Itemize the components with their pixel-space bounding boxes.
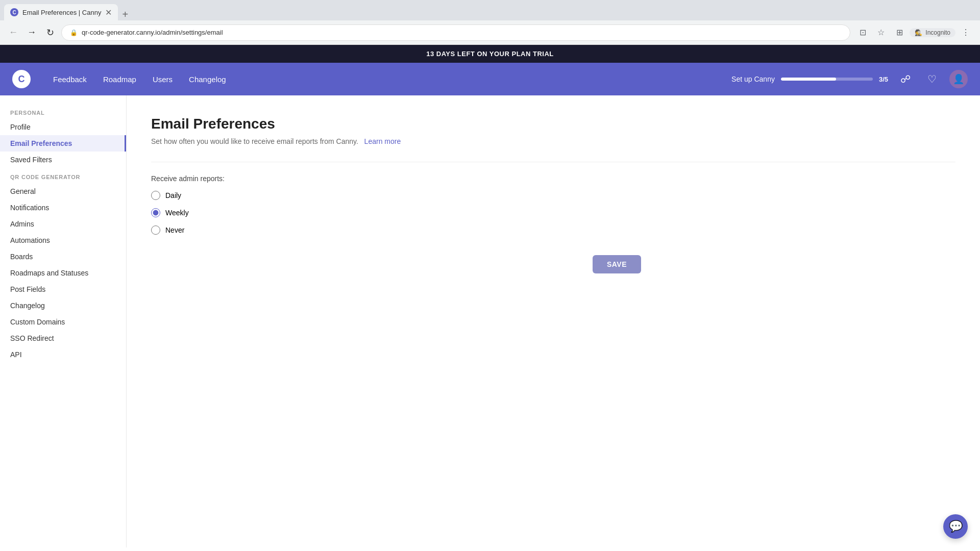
form-section: Receive admin reports: Daily Weekly Neve…: [151, 174, 955, 235]
tab-favicon: C: [10, 8, 18, 16]
toolbar-actions: ⊡ ☆ ⊞ 🕵 Incognito ⋮: [854, 24, 974, 41]
sidebar-item-custom-domains[interactable]: Custom Domains: [0, 314, 126, 330]
reload-button[interactable]: ↻: [43, 26, 57, 40]
browser-chrome: C Email Preferences | Canny ✕ + ← → ↻ 🔒 …: [0, 0, 980, 45]
chat-fab-button[interactable]: 💬: [943, 514, 968, 539]
section-divider: [151, 162, 955, 162]
setup-fraction: 3/5: [879, 76, 888, 83]
nav-roadmap[interactable]: Roadmap: [97, 71, 142, 88]
app-logo[interactable]: C: [12, 70, 31, 88]
radio-weekly-label: Weekly: [165, 209, 189, 217]
trial-banner: 13 DAYS LEFT ON YOUR PLAN TRIAL: [0, 45, 980, 63]
radio-group: Daily Weekly Never: [151, 191, 955, 235]
radio-option-never[interactable]: Never: [151, 226, 955, 235]
browser-tabs-bar: C Email Preferences | Canny ✕ +: [0, 0, 980, 20]
receive-admin-reports-label: Receive admin reports:: [151, 174, 955, 183]
sidebar-item-notifications[interactable]: Notifications: [0, 199, 126, 216]
radio-option-daily[interactable]: Daily: [151, 191, 955, 200]
chat-fab-icon: 💬: [949, 520, 963, 533]
incognito-indicator: 🕵 Incognito: [910, 28, 955, 37]
nav-users[interactable]: Users: [146, 71, 179, 88]
announcements-icon-button[interactable]: ☍: [896, 70, 915, 88]
page-subtitle: Set how often you would like to receive …: [151, 137, 955, 145]
save-btn-container: SAVE: [151, 255, 641, 273]
sidebar-item-email-preferences[interactable]: Email Preferences: [0, 135, 126, 152]
page-title: Email Preferences: [151, 116, 955, 132]
cast-icon-button[interactable]: ⊡: [854, 24, 871, 41]
active-tab[interactable]: C Email Preferences | Canny ✕: [4, 4, 118, 20]
setup-canny-bar[interactable]: Set up Canny 3/5: [731, 75, 888, 83]
incognito-label: Incognito: [925, 29, 950, 36]
learn-more-link[interactable]: Learn more: [364, 137, 401, 145]
setup-progress-bar: [781, 78, 873, 81]
personal-section-label: PERSONAL: [0, 104, 126, 119]
browser-toolbar: ← → ↻ 🔒 qr-code-generator.canny.io/admin…: [0, 20, 980, 45]
avatar-image: 👤: [953, 73, 964, 85]
app-nav: Feedback Roadmap Users Changelog: [47, 71, 232, 88]
page-subtitle-text: Set how often you would like to receive …: [151, 137, 358, 145]
address-bar[interactable]: 🔒 qr-code-generator.canny.io/admin/setti…: [61, 24, 850, 41]
sidebar-item-general[interactable]: General: [0, 183, 126, 199]
sidebar-item-boards[interactable]: Boards: [0, 248, 126, 265]
app-header: C Feedback Roadmap Users Changelog Set u…: [0, 63, 980, 95]
forward-button[interactable]: →: [24, 26, 39, 40]
main-layout: PERSONAL Profile Email Preferences Saved…: [0, 95, 980, 547]
radio-weekly[interactable]: [151, 208, 160, 217]
new-tab-button[interactable]: +: [118, 9, 132, 20]
radio-never[interactable]: [151, 226, 160, 235]
setup-progress-fill: [781, 78, 836, 81]
incognito-icon: 🕵: [915, 29, 922, 36]
sidebar-item-api[interactable]: API: [0, 346, 126, 363]
address-domain: qr-code-generator.canny.io: [82, 29, 160, 36]
tab-title: Email Preferences | Canny: [22, 9, 101, 16]
sidebar-item-profile[interactable]: Profile: [0, 119, 126, 135]
bookmark-icon-button[interactable]: ☆: [873, 24, 889, 41]
sidebar-item-post-fields[interactable]: Post Fields: [0, 281, 126, 297]
tab-close-button[interactable]: ✕: [105, 8, 112, 17]
back-button[interactable]: ←: [6, 26, 20, 40]
sidebar-item-sso-redirect[interactable]: SSO Redirect: [0, 330, 126, 346]
radio-option-weekly[interactable]: Weekly: [151, 208, 955, 217]
setup-canny-label: Set up Canny: [731, 75, 775, 83]
sidebar-item-roadmaps-statuses[interactable]: Roadmaps and Statuses: [0, 265, 126, 281]
extensions-button[interactable]: ⋮: [958, 24, 974, 41]
sidebar-item-admins[interactable]: Admins: [0, 216, 126, 232]
profile-manager-button[interactable]: ⊞: [891, 24, 908, 41]
header-right: Set up Canny 3/5 ☍ ♡ 👤: [731, 70, 968, 88]
radio-daily-label: Daily: [165, 191, 181, 199]
notifications-icon-button[interactable]: ♡: [923, 70, 941, 88]
org-section-label: QR CODE GENERATOR: [0, 168, 126, 183]
sidebar-item-changelog-settings[interactable]: Changelog: [0, 297, 126, 314]
trial-banner-text: 13 DAYS LEFT ON YOUR PLAN TRIAL: [426, 50, 554, 58]
logo-letter: C: [18, 74, 25, 85]
sidebar: PERSONAL Profile Email Preferences Saved…: [0, 95, 127, 547]
nav-feedback[interactable]: Feedback: [47, 71, 93, 88]
save-button[interactable]: SAVE: [593, 255, 641, 273]
lock-icon: 🔒: [70, 29, 78, 36]
nav-changelog[interactable]: Changelog: [183, 71, 232, 88]
sidebar-item-automations[interactable]: Automations: [0, 232, 126, 248]
user-avatar[interactable]: 👤: [949, 70, 968, 88]
address-text: qr-code-generator.canny.io/admin/setting…: [82, 29, 223, 36]
content-area: Email Preferences Set how often you woul…: [127, 95, 980, 547]
address-path: /admin/settings/email: [160, 29, 223, 36]
radio-never-label: Never: [165, 226, 184, 234]
radio-daily[interactable]: [151, 191, 160, 200]
sidebar-item-saved-filters[interactable]: Saved Filters: [0, 152, 126, 168]
